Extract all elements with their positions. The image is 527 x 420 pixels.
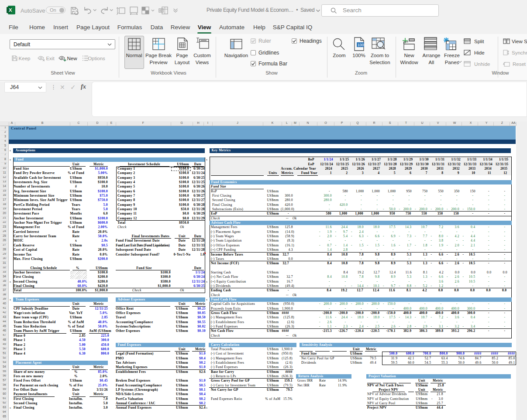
svg-text:100: 100 bbox=[358, 43, 364, 47]
svg-text:X: X bbox=[9, 7, 12, 13]
